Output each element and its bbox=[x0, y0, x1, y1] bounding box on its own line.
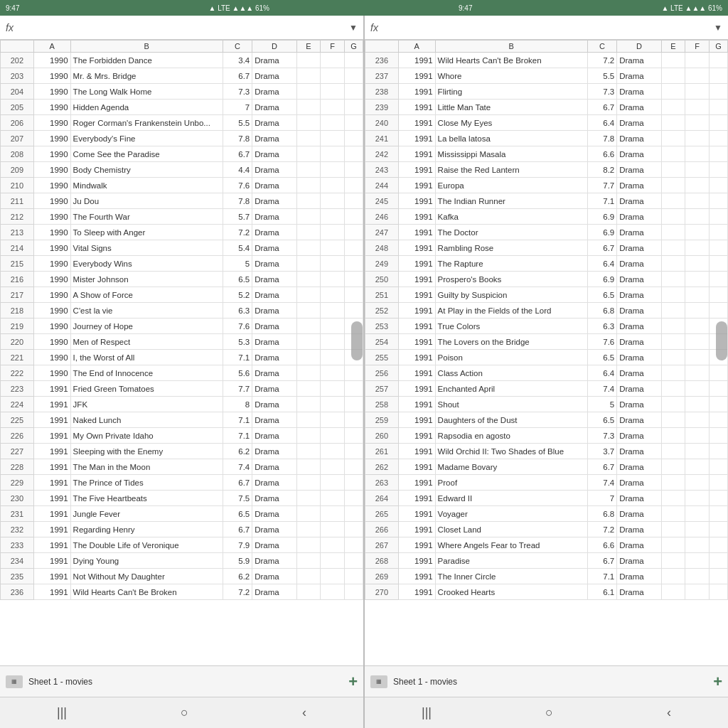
cell-title[interactable]: At Play in the Fields of the Lord bbox=[435, 303, 587, 318]
cell-rating[interactable]: 6.7 bbox=[587, 553, 617, 569]
table-row[interactable]: 211 1990 Ju Dou 7.8 Drama bbox=[1, 193, 363, 209]
cell-g[interactable] bbox=[344, 537, 363, 553]
cell-year[interactable]: 1990 bbox=[33, 225, 70, 240]
cell-f[interactable] bbox=[321, 569, 345, 584]
cell-e[interactable] bbox=[661, 178, 685, 193]
cell-e[interactable] bbox=[661, 287, 685, 303]
cell-title[interactable]: Mister Johnson bbox=[70, 272, 223, 287]
cell-g[interactable] bbox=[344, 506, 363, 522]
table-row[interactable]: 215 1990 Everybody Wins 5 Drama bbox=[1, 256, 363, 272]
cell-e[interactable] bbox=[296, 381, 321, 397]
cell-rating[interactable]: 8 bbox=[223, 397, 252, 412]
cell-genre[interactable]: Drama bbox=[617, 444, 661, 459]
add-sheet-right[interactable]: + bbox=[713, 673, 722, 691]
cell-e[interactable] bbox=[661, 444, 685, 459]
cell-f[interactable] bbox=[685, 318, 710, 334]
table-row[interactable]: 269 1991 The Inner Circle 7.1 Drama bbox=[365, 569, 728, 584]
table-row[interactable]: 235 1991 Not Without My Daughter 6.2 Dra… bbox=[1, 569, 363, 584]
cell-g[interactable] bbox=[709, 569, 727, 584]
cell-g[interactable] bbox=[709, 287, 727, 303]
col-header-B-right[interactable]: B bbox=[435, 41, 587, 53]
cell-title[interactable]: Where Angels Fear to Tread bbox=[435, 537, 587, 553]
cell-e[interactable] bbox=[296, 193, 321, 209]
cell-genre[interactable]: Drama bbox=[617, 146, 661, 162]
cell-genre[interactable]: Drama bbox=[252, 178, 296, 193]
cell-genre[interactable]: Drama bbox=[617, 381, 661, 397]
cell-genre[interactable]: Drama bbox=[617, 287, 661, 303]
cell-f[interactable] bbox=[685, 584, 710, 600]
cell-year[interactable]: 1991 bbox=[398, 444, 435, 459]
cell-rating[interactable]: 7.9 bbox=[223, 537, 252, 553]
cell-g[interactable] bbox=[344, 397, 363, 412]
cell-f[interactable] bbox=[321, 287, 345, 303]
cell-genre[interactable]: Drama bbox=[617, 553, 661, 569]
cell-genre[interactable]: Drama bbox=[252, 131, 296, 146]
cell-e[interactable] bbox=[296, 584, 321, 600]
cell-genre[interactable]: Drama bbox=[252, 444, 296, 459]
cell-f[interactable] bbox=[321, 553, 345, 569]
table-row[interactable]: 218 1990 C'est la vie 6.3 Drama bbox=[1, 303, 363, 318]
scrollbar-left[interactable] bbox=[351, 321, 363, 360]
table-row[interactable]: 232 1991 Regarding Henry 6.7 Drama bbox=[1, 522, 363, 537]
cell-e[interactable] bbox=[296, 412, 321, 428]
cell-f[interactable] bbox=[321, 178, 345, 193]
cell-e[interactable] bbox=[661, 381, 685, 397]
cell-rating[interactable]: 7.7 bbox=[587, 178, 617, 193]
cell-e[interactable] bbox=[661, 115, 685, 131]
table-row[interactable]: 234 1991 Dying Young 5.9 Drama bbox=[1, 553, 363, 569]
cell-genre[interactable]: Drama bbox=[252, 100, 296, 115]
cell-g[interactable] bbox=[709, 522, 727, 537]
cell-e[interactable] bbox=[661, 162, 685, 178]
sheet-tab-label-right[interactable]: Sheet 1 - movies bbox=[393, 677, 457, 687]
cell-year[interactable]: 1991 bbox=[33, 584, 70, 600]
cell-e[interactable] bbox=[661, 272, 685, 287]
col-header-A-left[interactable]: A bbox=[33, 41, 70, 53]
cell-e[interactable] bbox=[296, 84, 321, 100]
cell-f[interactable] bbox=[321, 131, 345, 146]
cell-e[interactable] bbox=[661, 350, 685, 365]
cell-year[interactable]: 1991 bbox=[33, 475, 70, 491]
cell-f[interactable] bbox=[321, 272, 345, 287]
cell-title[interactable]: Madame Bovary bbox=[435, 459, 587, 475]
cell-e[interactable] bbox=[296, 350, 321, 365]
cell-genre[interactable]: Drama bbox=[617, 272, 661, 287]
cell-g[interactable] bbox=[709, 506, 727, 522]
table-row[interactable]: 214 1990 Vital Signs 5.4 Drama bbox=[1, 240, 363, 256]
cell-genre[interactable]: Drama bbox=[252, 303, 296, 318]
cell-f[interactable] bbox=[685, 381, 710, 397]
cell-genre[interactable]: Drama bbox=[252, 193, 296, 209]
grid-left[interactable]: A B C D E F G 202 1990 The Forbi bbox=[0, 40, 363, 665]
cell-title[interactable]: The Lovers on the Bridge bbox=[435, 334, 587, 350]
cell-e[interactable] bbox=[296, 240, 321, 256]
scrollbar-right[interactable] bbox=[716, 321, 727, 360]
cell-genre[interactable]: Drama bbox=[252, 334, 296, 350]
cell-g[interactable] bbox=[344, 584, 363, 600]
cell-e[interactable] bbox=[661, 334, 685, 350]
cell-title[interactable]: Class Action bbox=[435, 365, 587, 381]
cell-year[interactable]: 1991 bbox=[398, 569, 435, 584]
cell-g[interactable] bbox=[344, 84, 363, 100]
table-row[interactable]: 219 1990 Journey of Hope 7.6 Drama bbox=[1, 318, 363, 334]
table-row[interactable]: 205 1990 Hidden Agenda 7 Drama bbox=[1, 100, 363, 115]
cell-genre[interactable]: Drama bbox=[252, 553, 296, 569]
table-row[interactable]: 208 1990 Come See the Paradise 6.7 Drama bbox=[1, 146, 363, 162]
cell-year[interactable]: 1991 bbox=[33, 553, 70, 569]
table-row[interactable]: 222 1990 The End of Innocence 5.6 Drama bbox=[1, 365, 363, 381]
table-row[interactable]: 207 1990 Everybody's Fine 7.8 Drama bbox=[1, 131, 363, 146]
cell-title[interactable]: Whore bbox=[435, 68, 587, 84]
table-row[interactable]: 220 1990 Men of Respect 5.3 Drama bbox=[1, 334, 363, 350]
cell-title[interactable]: Journey of Hope bbox=[70, 318, 223, 334]
cell-rating[interactable]: 7.1 bbox=[587, 193, 617, 209]
cell-genre[interactable]: Drama bbox=[252, 584, 296, 600]
table-row[interactable]: 243 1991 Raise the Red Lantern 8.2 Drama bbox=[365, 162, 728, 178]
cell-g[interactable] bbox=[709, 115, 727, 131]
cell-rating[interactable]: 6.4 bbox=[587, 365, 617, 381]
cell-year[interactable]: 1991 bbox=[33, 444, 70, 459]
cell-title[interactable]: Fried Green Tomatoes bbox=[70, 381, 223, 397]
cell-rating[interactable]: 6.1 bbox=[587, 584, 617, 600]
cell-rating[interactable]: 7.4 bbox=[587, 381, 617, 397]
cell-rating[interactable]: 7.3 bbox=[587, 84, 617, 100]
cell-title[interactable]: Flirting bbox=[435, 84, 587, 100]
nav-menu-icon-left[interactable]: ||| bbox=[57, 705, 67, 720]
table-row[interactable]: 231 1991 Jungle Fever 6.5 Drama bbox=[1, 506, 363, 522]
